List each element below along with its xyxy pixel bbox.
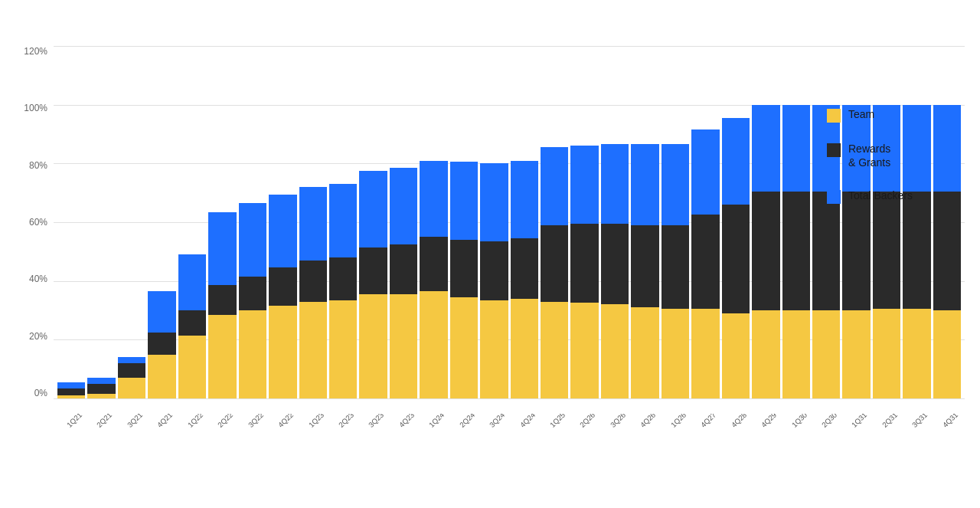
bar-segment-backers <box>570 146 598 224</box>
y-axis-label: 60% <box>29 217 47 228</box>
x-axis-label: 1Q31 <box>847 414 873 433</box>
legend-item-team: Team <box>827 107 949 123</box>
bar-segment-backers <box>208 212 236 286</box>
bar-segment-team <box>570 303 598 398</box>
bar-group <box>208 46 236 398</box>
bar-segment-backers <box>782 105 810 192</box>
bar-segment-rewards <box>118 363 145 378</box>
bar-segment-rewards <box>541 225 568 302</box>
bar-segment-rewards <box>601 224 629 304</box>
bar-segment-team <box>329 300 357 398</box>
y-axis-label: 80% <box>29 160 47 171</box>
bar-segment-backers <box>390 168 417 244</box>
x-axis-label: 1Q30 <box>786 414 812 433</box>
bar-segment-backers <box>752 105 779 192</box>
x-axis-label: 4Q21 <box>152 414 178 433</box>
bar-segment-team <box>933 310 961 398</box>
x-axis-label: 4Q31 <box>937 414 963 433</box>
bar-group <box>420 46 447 398</box>
bar-segment-rewards <box>390 244 417 294</box>
bar-group <box>541 46 568 398</box>
bar-segment-backers <box>691 129 719 215</box>
bar-segment-rewards <box>208 285 236 314</box>
bar-segment-team <box>511 299 538 398</box>
y-axis-label: 0% <box>34 388 47 398</box>
bar-segment-backers <box>329 184 357 257</box>
bar-segment-rewards <box>812 192 840 310</box>
x-axis-label: 1Q21 <box>61 414 87 433</box>
x-axis-label: 4Q22 <box>273 414 299 433</box>
bar-segment-backers <box>57 382 85 388</box>
bar-segment-rewards <box>420 237 447 291</box>
bar-segment-backers <box>359 171 387 247</box>
x-axis-label: 4Q27 <box>696 414 722 433</box>
bar-group <box>299 46 327 398</box>
bar-group <box>903 46 930 398</box>
bar-segment-rewards <box>511 238 538 299</box>
bar-segment-rewards <box>873 192 900 309</box>
bar-segment-team <box>450 297 478 398</box>
bar-group <box>752 46 779 398</box>
bar-group <box>812 46 840 398</box>
bar-group <box>662 46 689 398</box>
bar-group <box>722 46 750 398</box>
bar-segment-backers <box>601 144 629 224</box>
bar-segment-team <box>541 302 568 399</box>
legend-label-team: Team <box>848 107 874 121</box>
y-axis-label: 20% <box>29 331 47 342</box>
bar-segment-rewards <box>269 267 296 306</box>
x-axis-label: 2Q30 <box>816 414 842 433</box>
y-axis-label: 40% <box>29 274 47 284</box>
x-axis-label: 2Q21 <box>92 414 118 433</box>
bar-segment-rewards <box>782 192 810 310</box>
bar-segment-rewards <box>691 215 719 309</box>
bar-group <box>601 46 629 398</box>
bar-segment-backers <box>511 161 538 239</box>
x-axis-label: 1Q24 <box>424 414 450 433</box>
bar-group <box>178 46 206 398</box>
x-axis-label: 4Q24 <box>514 414 541 433</box>
bar-segment-rewards <box>299 261 327 302</box>
bar-segment-rewards <box>450 240 478 297</box>
grid-line <box>54 398 965 399</box>
x-axis-label: 4Q23 <box>394 414 420 433</box>
bar-group <box>450 46 478 398</box>
bar-segment-team <box>782 310 810 398</box>
bar-segment-backers <box>269 195 296 268</box>
bar-segment-team <box>601 304 629 398</box>
x-axis-label: 4Q28 <box>726 414 752 433</box>
bar-segment-rewards <box>178 310 206 336</box>
bar-segment-team <box>208 315 236 398</box>
legend-color-team <box>827 109 841 123</box>
bar-group <box>148 46 175 398</box>
bar-segment-rewards <box>631 225 658 307</box>
x-axis-label: 2Q22 <box>213 414 239 433</box>
bar-segment-backers <box>178 254 206 310</box>
bar-segment-backers <box>299 187 327 261</box>
bar-group <box>511 46 538 398</box>
legend-color-rewards <box>827 143 841 157</box>
bar-segment-team <box>842 310 870 398</box>
x-axis-label: 3Q24 <box>484 414 510 433</box>
bar-segment-backers <box>631 144 658 225</box>
bar-segment-backers <box>118 357 145 363</box>
bar-group <box>842 46 870 398</box>
bar-group <box>359 46 387 398</box>
bar-segment-rewards <box>933 192 961 310</box>
bar-segment-rewards <box>570 224 598 303</box>
bar-segment-team <box>812 310 840 398</box>
bar-segment-team <box>631 307 658 398</box>
x-axis-label: 3Q31 <box>907 414 933 433</box>
bar-segment-rewards <box>148 333 175 355</box>
bar-segment-backers <box>239 203 266 277</box>
bar-segment-rewards <box>722 205 750 313</box>
legend-color-backers <box>827 190 841 204</box>
x-axis-label: 4Q26 <box>635 414 662 433</box>
bar-segment-team <box>873 309 900 398</box>
x-axis-label: 3Q21 <box>122 414 148 433</box>
bar-segment-team <box>390 294 417 398</box>
bar-segment-backers <box>662 144 689 225</box>
bar-segment-backers <box>541 147 568 225</box>
bar-group <box>631 46 658 398</box>
x-axis-label: 3Q23 <box>364 414 390 433</box>
